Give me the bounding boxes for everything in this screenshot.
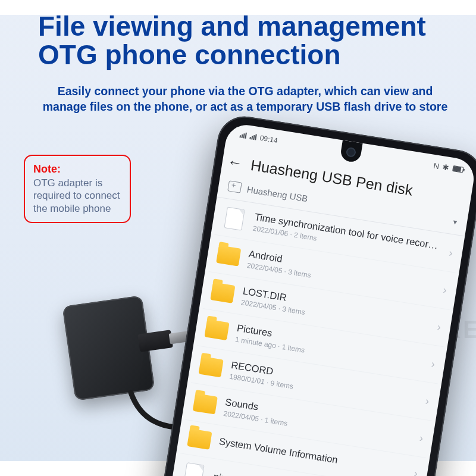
- bluetooth-icon: ✱: [442, 162, 450, 173]
- chevron-right-icon: ›: [436, 321, 441, 334]
- battery-icon: [452, 165, 464, 173]
- file-icon: [183, 462, 204, 476]
- status-time: 09:14: [259, 134, 278, 145]
- folder-icon: [204, 319, 229, 340]
- chevron-right-icon: ›: [430, 358, 436, 371]
- nfc-icon: N: [433, 161, 440, 170]
- headline-line-1: File viewing and management: [38, 11, 426, 42]
- folder-icon: [199, 356, 224, 378]
- note-body: OTG adapter is required to connect the m…: [33, 177, 120, 214]
- file-name: nization.exe: [212, 471, 266, 476]
- folder-icon: [187, 428, 212, 450]
- chevron-down-icon: ▾: [453, 217, 458, 227]
- sd-card-icon: [227, 180, 242, 193]
- file-icon: [224, 206, 245, 230]
- note-card: Note: OTG adapter is required to connect…: [24, 155, 131, 223]
- note-label: Note:: [33, 163, 121, 176]
- folder-icon: [216, 245, 241, 267]
- headline-line-2: OTG phone connection: [38, 39, 341, 70]
- file-list[interactable]: Time synchronization tool for voice reco…: [170, 197, 465, 476]
- marketing-headline: File viewing and management OTG phone co…: [38, 12, 426, 70]
- phone-mockup: 09:14 N ✱ ← Huasheng USB Pen disk Huashe…: [158, 112, 476, 476]
- chevron-right-icon: ›: [442, 284, 447, 297]
- back-icon[interactable]: ←: [226, 152, 245, 173]
- chevron-right-icon: ›: [413, 467, 418, 476]
- folder-icon: [193, 393, 218, 415]
- folder-icon: [210, 282, 235, 303]
- otg-adapter-device: [62, 295, 155, 400]
- chevron-right-icon: ›: [448, 246, 453, 259]
- signal-icon: [240, 131, 247, 139]
- chevron-right-icon: ›: [425, 394, 430, 408]
- chevron-right-icon: ›: [419, 431, 424, 444]
- signal-icon: [249, 133, 256, 140]
